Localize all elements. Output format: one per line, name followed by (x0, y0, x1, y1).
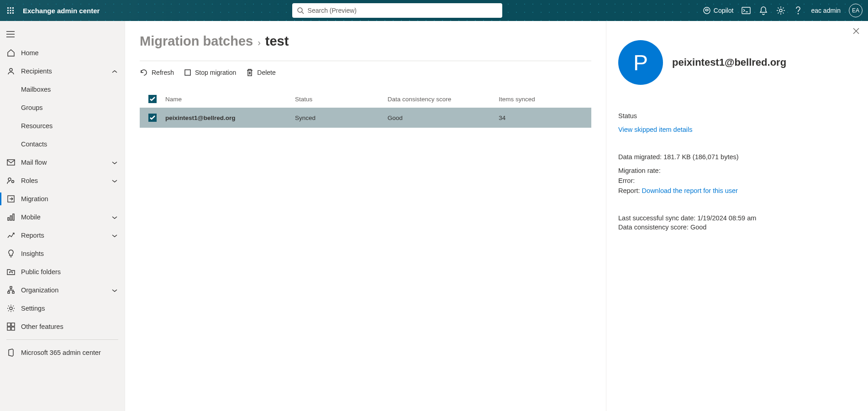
panel-report-label: Report: (618, 187, 642, 194)
th-status[interactable]: Status (295, 96, 388, 103)
sidebar-item-label: Organization (21, 286, 58, 294)
stop-label: Stop migration (195, 69, 236, 76)
svg-point-18 (10, 68, 12, 71)
th-items[interactable]: Items synced (499, 96, 591, 103)
copilot-button[interactable]: Copilot (703, 6, 734, 15)
sidebar-item-recipients[interactable]: Recipients (0, 62, 125, 80)
gear-icon (6, 304, 16, 313)
person-icon (6, 67, 16, 76)
organization-icon (6, 286, 16, 295)
sidebar-item-mobile[interactable]: Mobile (0, 208, 125, 226)
svg-rect-6 (7, 12, 9, 14)
svg-rect-2 (12, 7, 14, 9)
sidebar-item-label: Microsoft 365 admin center (21, 349, 101, 356)
panel-report: Report: Download the report for this use… (618, 187, 856, 194)
help-icon[interactable] (794, 6, 803, 15)
select-all-checkbox[interactable] (148, 95, 157, 103)
settings-icon[interactable] (776, 6, 785, 15)
reports-icon (6, 231, 16, 240)
panel-data-migrated: Data migrated: 181.7 KB (186,071 bytes) (618, 153, 856, 161)
table-header-row: Name Status Data consistency score Items… (140, 90, 591, 108)
close-button[interactable] (852, 27, 860, 36)
cell-score: Good (388, 114, 499, 121)
chevron-down-icon (112, 232, 117, 239)
svg-rect-7 (10, 12, 11, 14)
sidebar-item-otherfeatures[interactable]: Other features (0, 317, 125, 336)
user-name-label: eac admin (811, 7, 841, 14)
sidebar-item-reports[interactable]: Reports (0, 226, 125, 245)
sidebar-item-resources[interactable]: Resources (0, 117, 125, 135)
delete-label: Delete (257, 69, 275, 76)
sidebar-item-organization[interactable]: Organization (0, 281, 125, 299)
svg-rect-8 (12, 12, 14, 14)
app-title: Exchange admin center (23, 7, 100, 15)
delete-button[interactable]: Delete (246, 68, 275, 77)
user-avatar[interactable]: EA (849, 4, 863, 17)
sidebar-item-label: Settings (21, 305, 45, 312)
sidebar-item-mailflow[interactable]: Mail flow (0, 153, 125, 172)
table-row[interactable]: peixintest1@bellred.org Synced Good 34 (140, 108, 591, 128)
svg-point-13 (779, 9, 782, 12)
sidebar-item-home[interactable]: Home (0, 44, 125, 62)
chevron-down-icon (112, 159, 117, 166)
th-name[interactable]: Name (165, 96, 295, 103)
chevron-up-icon (112, 68, 117, 75)
svg-rect-0 (7, 7, 9, 9)
app-launcher-button[interactable] (0, 0, 21, 21)
cell-items: 34 (499, 114, 591, 121)
svg-rect-34 (185, 70, 190, 75)
copilot-label: Copilot (714, 7, 734, 14)
sidebar-toggle[interactable] (0, 25, 21, 44)
chevron-down-icon (112, 177, 117, 184)
sidebar-item-roles[interactable]: Roles (0, 172, 125, 190)
sidebar-separator (6, 339, 118, 340)
mobile-icon (6, 213, 16, 222)
sidebar-item-label: Reports (21, 232, 44, 239)
panel-dcs: Data consistency score: Good (618, 224, 856, 231)
sidebar-item-migration[interactable]: Migration (0, 190, 125, 208)
sidebar-item-groups[interactable]: Groups (0, 99, 125, 117)
sidebar-item-settings[interactable]: Settings (0, 299, 125, 317)
cell-status: Synced (295, 114, 388, 121)
grid-icon (6, 322, 16, 331)
breadcrumb-root[interactable]: Migration batches (140, 34, 253, 49)
shell-icon[interactable] (742, 6, 751, 15)
sidebar-item-contacts[interactable]: Contacts (0, 135, 125, 153)
svg-rect-5 (12, 10, 14, 11)
insights-icon (6, 249, 16, 258)
sidebar-item-label: Other features (21, 323, 63, 330)
folder-icon (6, 267, 16, 276)
refresh-button[interactable]: Refresh (140, 68, 174, 77)
stop-migration-button[interactable]: Stop migration (184, 68, 236, 77)
sidebar-item-publicfolders[interactable]: Public folders (0, 263, 125, 281)
panel-migration-rate: Migration rate: (618, 167, 856, 174)
notifications-icon[interactable] (759, 6, 768, 15)
sidebar-item-mailboxes[interactable]: Mailboxes (0, 80, 125, 99)
svg-rect-32 (7, 327, 11, 330)
roles-icon (6, 176, 16, 185)
view-skipped-link[interactable]: View skipped item details (618, 126, 693, 133)
svg-rect-31 (11, 323, 15, 326)
svg-rect-28 (12, 291, 14, 293)
svg-point-11 (704, 7, 710, 14)
sidebar: Home Recipients Mailboxes Groups Resourc… (0, 21, 125, 411)
sidebar-item-label: Groups (21, 104, 43, 111)
sidebar-item-insights[interactable]: Insights (0, 245, 125, 263)
th-score[interactable]: Data consistency score (388, 96, 499, 103)
users-table: Name Status Data consistency score Items… (140, 90, 591, 128)
download-report-link[interactable]: Download the report for this user (642, 187, 738, 194)
sidebar-item-label: Mailboxes (21, 86, 51, 93)
m365-icon (6, 348, 16, 357)
svg-rect-23 (8, 218, 9, 220)
search-input[interactable]: Search (Preview) (292, 3, 502, 18)
sidebar-item-m365admin[interactable]: Microsoft 365 admin center (0, 343, 125, 362)
panel-sync-date: Last successful sync date: 1/19/2024 08:… (618, 214, 856, 222)
search-placeholder: Search (Preview) (308, 7, 357, 14)
svg-rect-25 (13, 214, 14, 220)
svg-rect-30 (7, 323, 11, 326)
row-checkbox[interactable] (148, 114, 157, 122)
refresh-label: Refresh (152, 69, 174, 76)
sidebar-item-label: Insights (21, 250, 44, 257)
svg-rect-26 (10, 286, 12, 288)
sidebar-item-label: Public folders (21, 268, 61, 276)
